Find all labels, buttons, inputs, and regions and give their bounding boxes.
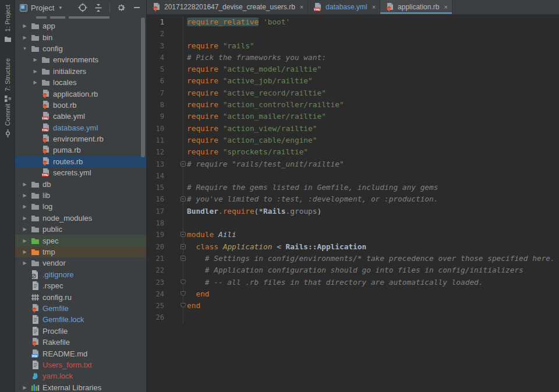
stripe-item-structure[interactable]: 7: Structure — [0, 58, 15, 103]
code-text: require "active_record/railtie" — [183, 87, 326, 99]
chevron-right-icon[interactable]: ▶ — [20, 385, 30, 390]
fold-open-icon[interactable]: − — [181, 232, 186, 237]
tree-item-rakefile[interactable]: Rakefile — [15, 337, 146, 348]
tree-item-locales[interactable]: ▶locales — [15, 77, 146, 88]
chevron-right-icon[interactable]: ▶ — [20, 249, 30, 255]
close-icon[interactable]: × — [444, 3, 447, 10]
tree-item-label: environment.rb — [53, 135, 104, 143]
chevron-right-icon[interactable]: ▶ — [20, 238, 30, 243]
rack-icon — [30, 294, 40, 301]
code-line: 7require "active_record/railtie" — [147, 87, 559, 99]
fold-open-icon[interactable]: − — [181, 196, 186, 202]
tree-item-config-ru[interactable]: config.ru — [15, 291, 146, 302]
chevron-right-icon[interactable]: ▶ — [20, 182, 30, 187]
tree-item-lib[interactable]: ▶lib — [15, 190, 146, 201]
tree-item-gitignore[interactable]: .gitignore — [15, 269, 146, 280]
code-line: 1require_relative 'boot' — [147, 16, 559, 28]
tree-item-label: vendor — [43, 259, 66, 267]
tree-item-external-libraries[interactable]: ▶External Libraries — [15, 382, 146, 392]
tree-scrollbar[interactable] — [141, 17, 145, 157]
chevron-right-icon[interactable]: ▶ — [20, 216, 30, 221]
gutter — [164, 52, 183, 63]
code-line: 3require "rails" — [147, 40, 559, 52]
tree-item-cable-yml[interactable]: YMLcable.yml — [15, 111, 146, 122]
gear-icon[interactable] — [116, 3, 126, 12]
tree-item-puma-rb[interactable]: puma.rb — [15, 144, 146, 156]
tree-item-config[interactable]: ▼config — [15, 43, 146, 54]
fold-open-icon[interactable]: − — [181, 244, 186, 249]
tree-item-bin[interactable]: ▶bin — [15, 31, 146, 43]
yml-icon: YML — [40, 123, 51, 132]
tree-item-readme-md[interactable]: MDREADME.md — [15, 348, 146, 359]
collapse-all-icon[interactable] — [94, 3, 103, 12]
tree-item-spec[interactable]: ▶spec — [15, 235, 146, 246]
close-icon[interactable]: × — [300, 3, 303, 10]
chevron-down-icon[interactable]: ▾ — [59, 5, 62, 10]
tree-item-application-rb[interactable]: application.rb — [15, 88, 146, 99]
chevron-right-icon[interactable]: ▶ — [30, 80, 40, 85]
tree-item-tmp[interactable]: ▶tmp — [15, 246, 146, 257]
code-line: 25end — [147, 300, 559, 312]
stripe-item-commit[interactable]: Commit — [0, 104, 15, 137]
line-number: 20 — [147, 241, 164, 253]
fold-end-icon[interactable] — [181, 291, 186, 296]
gitignore-icon — [30, 270, 40, 279]
code-line: 22 # Application configuration should go… — [147, 264, 559, 276]
tree-item-rspec[interactable]: .rspec — [15, 280, 146, 291]
stripe-item-project[interactable]: 1: Project — [0, 5, 15, 43]
tree-item-boot-rb[interactable]: boot.rb — [15, 100, 146, 111]
tree-item-initializers[interactable]: ▶initializers — [15, 66, 146, 77]
tree-item-environments[interactable]: ▶environments — [15, 54, 146, 65]
tree-item-db[interactable]: ▶db — [15, 178, 146, 189]
tree-item-vendor[interactable]: ▶vendor — [15, 257, 146, 269]
chevron-down-icon[interactable]: ▼ — [20, 46, 30, 51]
tree-item-environment-rb[interactable]: environment.rb — [15, 133, 146, 144]
gutter — [164, 288, 183, 300]
text-icon — [30, 327, 40, 336]
tree-item-routes-rb[interactable]: routes.rb — [15, 156, 146, 167]
fold-end-icon[interactable] — [181, 280, 186, 284]
commit-tool-icon — [3, 129, 12, 137]
chevron-right-icon[interactable]: ▶ — [30, 69, 40, 74]
chevron-right-icon[interactable]: ▶ — [20, 23, 30, 29]
tree-item-database-yml[interactable]: YMLdatabase.yml — [15, 122, 146, 133]
fold-open-icon[interactable]: − — [181, 256, 186, 261]
editor-area: 20171228201647_devise_create_users.rb×YM… — [147, 0, 559, 392]
code-line: 5require "active_model/railtie" — [147, 63, 559, 75]
close-icon[interactable]: × — [372, 3, 376, 10]
chevron-right-icon[interactable]: ▶ — [30, 57, 40, 62]
tab-20171228201647-devise-create-users-rb[interactable]: 20171228201647_devise_create_users.rb× — [147, 0, 308, 14]
tree-item-label: tmp — [43, 248, 55, 256]
code-text: # -- all .rb files in that directory are… — [183, 277, 483, 288]
tree-item-secrets-yml[interactable]: YMLsecrets.yml — [15, 167, 146, 178]
gutter — [164, 217, 183, 229]
gutter — [164, 206, 183, 217]
chevron-right-icon[interactable]: ▶ — [20, 35, 30, 40]
tab-application-rb[interactable]: application.rb× — [380, 0, 452, 14]
locate-icon[interactable] — [78, 3, 87, 12]
tree-item-users-form-txt[interactable]: Users_form.txt — [15, 359, 146, 370]
tree-item-gemfile-lock[interactable]: Gemfile.lock — [15, 314, 146, 325]
chevron-right-icon[interactable]: ▶ — [20, 260, 30, 266]
tree-item-log[interactable]: ▶log — [15, 201, 146, 212]
code-text — [183, 312, 187, 323]
gutter — [164, 146, 183, 158]
tree-item-procfile[interactable]: Procfile — [15, 326, 146, 337]
tree-item-public[interactable]: ▶public — [15, 224, 146, 235]
code-editor[interactable]: 1require_relative 'boot'23require "rails… — [147, 15, 559, 392]
tree-item-yarn-lock[interactable]: yarn.lock — [15, 370, 146, 382]
tree-item-node-modules[interactable]: ▶node_modules — [15, 213, 146, 224]
code-text — [183, 28, 187, 40]
tree-item-label: initializers — [53, 67, 86, 76]
chevron-right-icon[interactable]: ▶ — [20, 193, 30, 198]
chevron-right-icon[interactable]: ▶ — [20, 227, 30, 232]
code-text: Bundler.require(*Rails.groups) — [183, 206, 321, 217]
code-line: 26 — [147, 312, 559, 323]
fold-open-icon[interactable]: − — [181, 161, 186, 167]
tree-item-gemfile[interactable]: Gemfile — [15, 303, 146, 314]
tree-item-app[interactable]: ▶app — [15, 20, 146, 31]
project-panel-title[interactable]: Project — [31, 3, 54, 12]
tab-database-yml[interactable]: YMLdatabase.yml× — [308, 0, 380, 14]
hide-icon[interactable] — [132, 3, 141, 12]
chevron-right-icon[interactable]: ▶ — [20, 204, 30, 209]
